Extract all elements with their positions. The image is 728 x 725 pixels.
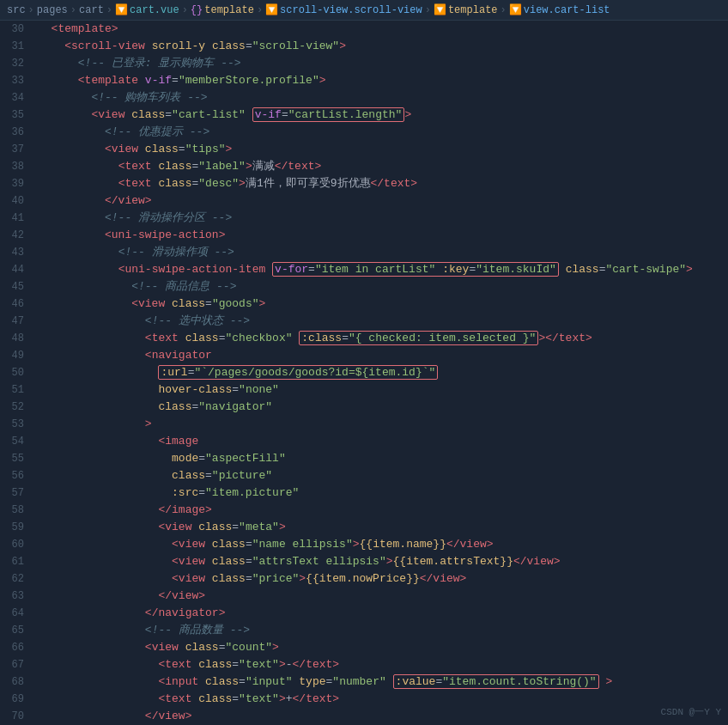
code-line-44: 44 <uni-swipe-action-item v-for="item in…: [0, 261, 728, 278]
code-line-42: 42 <uni-swipe-action>: [0, 227, 728, 244]
code-line-70: 70 </view>: [0, 708, 728, 725]
code-line-49: 49 <navigator: [0, 347, 728, 364]
code-line-33: 33 <template v-if="memberStore.profile">: [0, 72, 728, 89]
code-line-48: 48 <text class="checkbox" :class="{ chec…: [0, 330, 728, 347]
code-line-35: 35 <view class="cart-list" v-if="cartLis…: [0, 107, 728, 124]
code-line-36: 36 <!-- 优惠提示 -->: [0, 124, 728, 141]
code-line-51: 51 hover-class="none": [0, 381, 728, 399]
code-line-63: 63 </view>: [0, 588, 728, 605]
code-line-64: 64 </navigator>: [0, 605, 728, 622]
bc-cart-vue: cart.vue: [130, 4, 179, 16]
code-line-69: 69 <text class="text">+</text>: [0, 691, 728, 708]
code-line-30: 30 <template>: [0, 21, 728, 38]
code-line-65: 65 <!-- 商品数量 -->: [0, 622, 728, 639]
bc-view-icon: 🔽: [509, 3, 522, 16]
bc-bracket-icon: {}: [191, 4, 203, 16]
bc-scroll-icon: 🔽: [265, 3, 278, 16]
code-line-50: 50 :url="`/pages/goods/goods?id=${item.i…: [0, 364, 728, 381]
code-line-37: 37 <view class="tips">: [0, 141, 728, 158]
bc-scroll-view: scroll-view.scroll-view: [280, 4, 422, 16]
code-line-38: 38 <text class="label">满减</text>: [0, 158, 728, 175]
watermark: CSDN @一Y Y: [661, 705, 721, 718]
bc-file-icon: 🔽: [115, 3, 128, 16]
bc-template1: template: [204, 4, 254, 16]
code-line-62: 62 <view class="price">{{item.nowPrice}}…: [0, 570, 728, 588]
code-line-34: 34 <!-- 购物车列表 -->: [0, 89, 728, 107]
code-line-66: 66 <view class="count">: [0, 639, 728, 656]
bc-cart: cart: [79, 4, 104, 16]
code-line-41: 41 <!-- 滑动操作分区 -->: [0, 210, 728, 227]
bc-template2: template: [448, 4, 498, 16]
code-line-43: 43 <!-- 滑动操作项 -->: [0, 244, 728, 261]
code-line-47: 47 <!-- 选中状态 -->: [0, 313, 728, 330]
code-line-55: 55 mode="aspectFill": [0, 450, 728, 467]
code-line-39: 39 <text class="desc">满1件，即可享受9折优惠</text…: [0, 175, 728, 192]
code-line-45: 45 <!-- 商品信息 -->: [0, 278, 728, 295]
code-line-53: 53 >: [0, 416, 728, 433]
bc-cart-list: view.cart-list: [524, 4, 610, 16]
code-line-58: 58 </image>: [0, 502, 728, 519]
code-line-46: 46 <view class="goods">: [0, 295, 728, 313]
code-line-67: 67 <text class="text">-</text>: [0, 656, 728, 673]
code-line-32: 32 <!-- 已登录: 显示购物车 -->: [0, 55, 728, 72]
code-line-57: 57 :src="item.picture": [0, 484, 728, 502]
code-area: 30 <template> 31 <scroll-view scroll-y c…: [0, 21, 728, 725]
code-line-61: 61 <view class="attrsText ellipsis">{{it…: [0, 553, 728, 570]
code-line-59: 59 <view class="meta">: [0, 519, 728, 536]
bc-pages: pages: [37, 4, 68, 16]
breadcrumb-bar: src › pages › cart › 🔽 cart.vue › {} tem…: [0, 0, 728, 21]
code-line-60: 60 <view class="name ellipsis">{{item.na…: [0, 536, 728, 553]
code-line-54: 54 <image: [0, 433, 728, 450]
code-line-52: 52 class="navigator": [0, 399, 728, 416]
code-line-31: 31 <scroll-view scroll-y class="scroll-v…: [0, 38, 728, 55]
code-line-40: 40 </view>: [0, 192, 728, 210]
code-line-56: 56 class="picture": [0, 467, 728, 484]
bc-template-icon: 🔽: [434, 3, 446, 16]
code-line-68: 68 <input class="input" type="number" :v…: [0, 673, 728, 691]
bc-src: src: [7, 4, 26, 16]
